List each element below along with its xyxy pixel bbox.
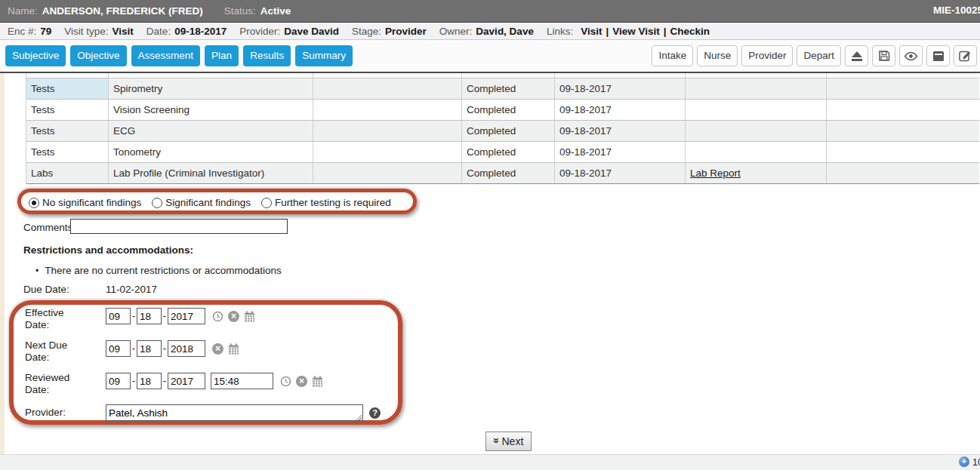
- clock-icon[interactable]: [212, 311, 223, 322]
- next-button[interactable]: » Next: [485, 432, 532, 451]
- form-provider-input[interactable]: [106, 404, 363, 421]
- radio-label: Significant findings: [165, 197, 251, 208]
- effective-date-label: Effective Date:: [25, 307, 64, 331]
- browser-zoom-icon[interactable]: [959, 456, 969, 467]
- radio-further-testing[interactable]: Further testing is required: [261, 197, 391, 208]
- bullet-icon: •: [35, 266, 39, 276]
- tab-assessment[interactable]: Assessment: [131, 45, 201, 66]
- cell-date: 09-18-2017: [555, 78, 686, 99]
- date-dash: -: [162, 375, 167, 386]
- reviewed-month-input[interactable]: [106, 373, 131, 389]
- double-chevron-down-icon: »: [491, 438, 503, 444]
- nextdue-year-input[interactable]: [168, 340, 205, 357]
- link-checkin[interactable]: Checkin: [670, 26, 710, 37]
- patient-status-group: Status: Active: [224, 5, 291, 17]
- form-provider-label: Provider:: [25, 407, 66, 419]
- tab-results[interactable]: Results: [243, 45, 291, 66]
- encounter-bar: Enc #: 79 Visit type: Visit Date: 09-18-…: [0, 23, 980, 40]
- reviewed-date-label: Reviewed Date:: [25, 372, 69, 396]
- enc-number-group: Enc #: 79: [8, 26, 51, 37]
- clock-icon[interactable]: [280, 376, 291, 387]
- radio-significant-findings[interactable]: Significant findings: [152, 197, 251, 208]
- table-row-vision-screening: Tests Vision Screening Completed 09-18-2…: [26, 100, 979, 121]
- radio-no-significant-findings[interactable]: No significant findings: [29, 197, 141, 208]
- cell-date: 09-18-2017: [555, 163, 686, 183]
- stage-group: Stage: Provider: [352, 26, 427, 37]
- findings-radio-group: No significant findings Significant find…: [29, 197, 391, 208]
- date-dash: -: [131, 310, 136, 321]
- cell-name: Tonometry: [109, 142, 313, 162]
- effective-year-input[interactable]: [168, 308, 205, 324]
- link-separator: |: [664, 26, 667, 37]
- visit-date-label: Date:: [146, 26, 171, 37]
- clear-icon[interactable]: [212, 343, 223, 355]
- stage-value: Provider: [385, 26, 427, 37]
- reviewed-day-input[interactable]: [137, 373, 162, 389]
- table-row-spirometry: Tests Spirometry Completed 09-18-2017: [26, 78, 979, 100]
- due-date-value: 11-02-2017: [106, 284, 157, 295]
- view-button[interactable]: [899, 45, 923, 66]
- calendar-icon[interactable]: [312, 376, 323, 387]
- date-dash: -: [131, 343, 136, 354]
- provider-button[interactable]: Provider: [741, 45, 793, 66]
- tab-objective[interactable]: Objective: [70, 45, 126, 66]
- reviewed-time-input[interactable]: [211, 373, 273, 389]
- patient-status-value: Active: [260, 5, 291, 17]
- cell-name: Spirometry: [109, 78, 313, 99]
- orders-results-table: Tests Spirometry Completed 09-18-2017 Te…: [26, 73, 979, 184]
- nextdue-month-input[interactable]: [106, 340, 131, 357]
- radio-icon[interactable]: [152, 198, 162, 208]
- table-row-tonometry: Tests Tonometry Completed 09-18-2017: [26, 142, 979, 163]
- radio-label: No significant findings: [42, 197, 141, 208]
- calendar-icon[interactable]: [244, 311, 255, 322]
- cell-name: ECG: [109, 121, 313, 141]
- next-due-date-label: Next Due Date:: [25, 339, 67, 364]
- archive-button[interactable]: [926, 45, 950, 66]
- nextdue-day-input[interactable]: [137, 340, 162, 357]
- depart-button[interactable]: Depart: [797, 45, 841, 66]
- clear-icon[interactable]: [228, 311, 239, 322]
- cell-type: Tests: [26, 78, 109, 99]
- visit-date-group: Date: 09-18-2017: [146, 26, 227, 37]
- help-icon[interactable]: [369, 407, 381, 419]
- intake-button[interactable]: Intake: [652, 45, 693, 66]
- clear-icon[interactable]: [296, 376, 307, 387]
- left-margin-strip: [0, 73, 5, 454]
- comments-input[interactable]: [70, 219, 288, 234]
- date-dash: -: [131, 375, 136, 386]
- effective-day-input[interactable]: [137, 308, 162, 324]
- radio-icon[interactable]: [261, 198, 272, 208]
- enc-number-label: Enc #:: [8, 26, 36, 37]
- patient-name-label: Name:: [8, 5, 38, 17]
- resize-grip-icon[interactable]: [356, 415, 362, 420]
- owner-value: David, Dave: [476, 26, 534, 37]
- provider-group: Provider: Dave David: [239, 26, 339, 37]
- links-label: Links:: [547, 26, 573, 37]
- eject-button[interactable]: [845, 45, 868, 66]
- provider-label: Provider:: [239, 26, 280, 37]
- edit-button[interactable]: [954, 45, 977, 66]
- reviewed-year-input[interactable]: [168, 373, 205, 389]
- lab-report-link[interactable]: Lab Report: [690, 167, 741, 179]
- link-visit[interactable]: Visit: [581, 26, 602, 37]
- enc-number-value: 79: [40, 26, 51, 37]
- cell-status: Completed: [462, 142, 555, 162]
- table-row-lab-profile: Labs Lab Profile (Criminal Investigator)…: [26, 163, 979, 184]
- nurse-button[interactable]: Nurse: [697, 45, 738, 66]
- tab-plan[interactable]: Plan: [205, 45, 239, 66]
- patient-name-group: Name: ANDERSON, FREDERICK (FRED): [8, 5, 203, 17]
- save-button[interactable]: [872, 45, 895, 66]
- tab-subjective[interactable]: Subjective: [5, 45, 66, 66]
- tab-summary[interactable]: Summary: [295, 45, 353, 66]
- cell-type: Tests: [26, 121, 109, 141]
- patient-name-value: ANDERSON, FREDERICK (FRED): [42, 5, 203, 17]
- link-view-visit[interactable]: View Visit: [612, 26, 660, 37]
- radio-icon[interactable]: [29, 198, 39, 208]
- cell-type: Labs: [26, 163, 109, 183]
- browser-zoom-level: 100%: [972, 457, 980, 468]
- calendar-icon[interactable]: [228, 343, 239, 355]
- restrictions-bullet-item: •There are no current restrictions or ac…: [35, 265, 282, 276]
- visit-date-value: 09-18-2017: [174, 26, 227, 37]
- chart-toolbar: Subjective Objective Assessment Plan Res…: [0, 40, 980, 73]
- effective-month-input[interactable]: [106, 308, 131, 324]
